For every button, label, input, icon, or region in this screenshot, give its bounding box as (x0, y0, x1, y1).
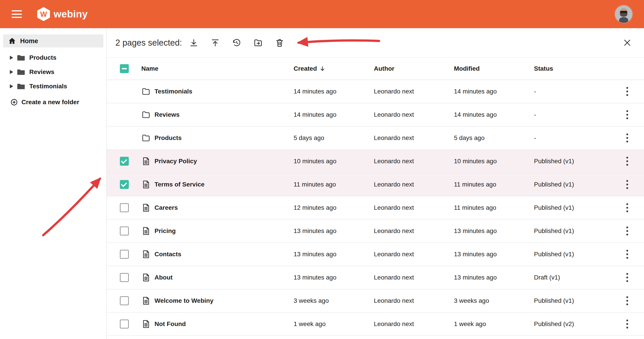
column-header-created[interactable]: Created (294, 65, 374, 72)
home-icon (8, 37, 16, 45)
row-checkbox[interactable] (120, 273, 129, 282)
select-all-checkbox[interactable] (120, 64, 129, 73)
table-body: Testimonials 14 minutes ago Leonardo nex… (107, 80, 644, 336)
row-name: Contacts (154, 251, 181, 258)
table-row[interactable]: About 13 minutes ago Leonardo next 13 mi… (107, 266, 644, 289)
row-name: Privacy Policy (154, 158, 197, 165)
delete-button[interactable] (273, 36, 286, 49)
create-folder-label: Create a new folder (22, 98, 79, 106)
row-author: Leonardo next (374, 204, 454, 211)
row-created: 13 minutes ago (294, 228, 374, 234)
row-status: - (534, 134, 610, 142)
user-avatar[interactable] (615, 5, 632, 23)
table-row[interactable]: Testimonials 14 minutes ago Leonardo nex… (107, 80, 644, 103)
page-icon (141, 180, 151, 189)
row-menu-button[interactable] (621, 132, 634, 144)
svg-text:W: W (40, 10, 47, 18)
plus-circle-icon (10, 98, 18, 106)
row-checkbox[interactable] (120, 180, 129, 189)
sidebar-folder-products[interactable]: Products (0, 50, 106, 65)
hamburger-menu-icon[interactable] (12, 10, 22, 18)
selection-count-label: 2 pages selected: (116, 38, 182, 48)
table-row[interactable]: Contacts 13 minutes ago Leonardo next 13… (107, 243, 644, 266)
restore-button[interactable] (230, 36, 243, 49)
row-status: Draft (v1) (534, 274, 610, 281)
row-status: Published (v1) (534, 181, 610, 188)
row-menu-button[interactable] (621, 248, 634, 260)
row-checkbox[interactable] (120, 250, 129, 259)
folder-sidebar: Home Products Reviews Testimonials (0, 28, 107, 339)
row-created: 3 weeks ago (294, 297, 374, 304)
row-modified: 11 minutes ago (454, 181, 534, 188)
row-modified: 13 minutes ago (454, 228, 534, 234)
sidebar-folder-label: Testimonials (29, 83, 67, 90)
create-folder-button[interactable]: Create a new folder (0, 95, 106, 109)
row-status: - (534, 111, 610, 118)
row-checkbox[interactable] (120, 296, 129, 305)
export-button[interactable] (209, 36, 222, 49)
row-author: Leonardo next (374, 88, 454, 95)
table-row[interactable]: Terms of Service 11 minutes ago Leonardo… (107, 173, 644, 196)
row-menu-button[interactable] (621, 318, 634, 330)
row-modified: 13 minutes ago (454, 251, 534, 258)
row-created: 14 minutes ago (294, 111, 374, 118)
row-modified: 13 minutes ago (454, 274, 534, 281)
table-row[interactable]: Careers 12 minutes ago Leonardo next 11 … (107, 196, 644, 220)
row-menu-button[interactable] (621, 155, 634, 168)
selection-actions (188, 36, 286, 49)
page-icon (141, 156, 151, 166)
row-modified: 14 minutes ago (454, 88, 534, 95)
page-icon (141, 226, 151, 236)
page-icon (141, 250, 151, 259)
row-menu-button[interactable] (621, 108, 634, 121)
chevron-right-icon[interactable] (10, 56, 13, 60)
row-checkbox[interactable] (120, 226, 129, 236)
column-header-author[interactable]: Author (374, 65, 454, 72)
main-content: 2 pages selected: (107, 28, 644, 339)
table-row[interactable]: Pricing 13 minutes ago Leonardo next 13 … (107, 220, 644, 243)
move-to-folder-button[interactable] (252, 36, 265, 49)
row-status: Published (v1) (534, 297, 610, 304)
row-checkbox[interactable] (120, 320, 129, 328)
table-row[interactable]: Reviews 14 minutes ago Leonardo next 14 … (107, 103, 644, 126)
row-menu-button[interactable] (621, 294, 634, 307)
download-button[interactable] (188, 36, 200, 49)
row-author: Leonardo next (374, 228, 454, 234)
row-menu-button[interactable] (621, 271, 634, 284)
row-checkbox[interactable] (120, 157, 129, 166)
column-header-modified[interactable]: Modified (454, 65, 534, 72)
chevron-right-icon[interactable] (10, 70, 13, 74)
sort-desc-arrow-icon (319, 65, 326, 72)
column-header-name[interactable]: Name (141, 65, 294, 72)
chevron-right-icon[interactable] (10, 84, 13, 88)
sidebar-item-home[interactable]: Home (3, 34, 103, 48)
webiny-logo: W webiny (37, 7, 88, 21)
folder-icon (16, 82, 26, 91)
row-menu-button[interactable] (621, 202, 634, 214)
row-status: - (534, 88, 610, 95)
table-row[interactable]: Welcome to Webiny 3 weeks ago Leonardo n… (107, 289, 644, 312)
row-menu-button[interactable] (621, 178, 634, 191)
topbar: W webiny (0, 0, 644, 28)
row-checkbox[interactable] (120, 203, 129, 212)
row-status: Published (v1) (534, 251, 610, 258)
row-name: Testimonials (154, 88, 192, 95)
webiny-logo-badge-icon: W (37, 7, 50, 21)
row-menu-button[interactable] (621, 225, 634, 237)
close-selection-button[interactable] (621, 36, 634, 49)
sidebar-folder-reviews[interactable]: Reviews (0, 65, 106, 79)
app-body: Home Products Reviews Testimonials (0, 28, 644, 339)
row-author: Leonardo next (374, 181, 454, 188)
table-row[interactable]: Privacy Policy 10 minutes ago Leonardo n… (107, 150, 644, 173)
sidebar-folder-testimonials[interactable]: Testimonials (0, 79, 106, 94)
table-row[interactable]: Not Found 1 week ago Leonardo next 1 wee… (107, 312, 644, 336)
folder-icon (16, 53, 26, 62)
row-author: Leonardo next (374, 134, 454, 142)
row-menu-button[interactable] (621, 85, 634, 98)
folder-icon (141, 87, 151, 96)
table-row[interactable]: Products 5 days ago Leonardo next 5 days… (107, 126, 644, 150)
column-header-status[interactable]: Status (534, 65, 610, 72)
selection-toolbar: 2 pages selected: (107, 28, 644, 58)
row-author: Leonardo next (374, 251, 454, 258)
page-icon (141, 273, 151, 282)
